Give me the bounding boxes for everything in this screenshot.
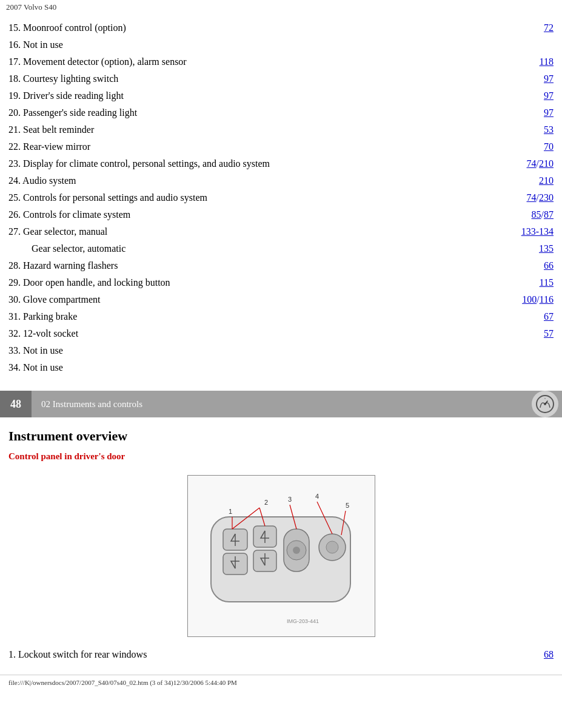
item-31-link[interactable]: 67: [544, 309, 554, 324]
svg-point-17: [293, 547, 300, 554]
door-panel-diagram: 1 2 3 4 5 IMG-203-441: [193, 480, 369, 629]
item-27-link[interactable]: 133-134: [521, 224, 554, 239]
list-item: 20. Passenger's side reading light 97: [8, 104, 554, 121]
list-item: 32. 12-volt socket 57: [8, 325, 554, 342]
item-33-label: 33. Not in use: [8, 343, 554, 358]
item-27-label: 27. Gear selector, manual: [8, 224, 521, 239]
item-25-link1[interactable]: 74: [527, 190, 537, 205]
item-23-label: 23. Display for climate control, persona…: [8, 157, 527, 171]
list-item: 26. Controls for climate system 85/87: [8, 206, 554, 223]
top-bar-title: 2007 Volvo S40: [6, 2, 56, 12]
item-30-label: 30. Glove compartment: [8, 292, 522, 307]
item-25-links: 74/230: [527, 190, 554, 205]
item-17-link[interactable]: 118: [540, 55, 554, 69]
list-item: 27. Gear selector, manual 133-134: [8, 223, 554, 240]
list-item: 24. Audio system 210: [8, 172, 554, 189]
svg-text:1: 1: [229, 508, 232, 515]
section-subtitle: Control panel in driver's door: [0, 449, 562, 469]
speedometer-svg: [535, 394, 555, 414]
item-19-link[interactable]: 97: [544, 89, 554, 103]
svg-text:2: 2: [264, 499, 268, 506]
item-21-label: 21. Seat belt reminder: [8, 123, 544, 137]
status-bar: file:///K|/ownersdocs/2007/2007_S40/07s4…: [0, 675, 562, 690]
list-item: 18. Courtesy lighting switch 97: [8, 70, 554, 87]
list-item: 25. Controls for personal settings and a…: [8, 189, 554, 206]
lockout-row: 1. Lockout switch for rear windows 68: [0, 643, 562, 662]
item-29-link[interactable]: 115: [540, 275, 554, 290]
item-23-links: 74/210: [527, 157, 554, 171]
item-28-label: 28. Hazard warning flashers: [8, 258, 544, 273]
list-item: 15. Moonroof control (option) 72: [8, 19, 554, 36]
item-16-label: 16. Not in use: [8, 38, 554, 52]
list-item: 17. Movement detector (option), alarm se…: [8, 53, 554, 70]
item-34-label: 34. Not in use: [8, 360, 554, 375]
list-item: 23. Display for climate control, persona…: [8, 155, 554, 172]
footer-speedometer-icon: [532, 391, 558, 417]
svg-text:5: 5: [346, 502, 349, 509]
svg-point-19: [326, 541, 338, 553]
item-20-link[interactable]: 97: [544, 106, 554, 120]
footer-page-number: 48: [0, 391, 32, 417]
item-22-link[interactable]: 70: [544, 140, 554, 154]
item-26-label: 26. Controls for climate system: [8, 207, 532, 222]
list-item: 31. Parking brake 67: [8, 308, 554, 325]
diagram-box: 1 2 3 4 5 IMG-203-441: [187, 475, 375, 637]
item-32-label: 32. 12-volt socket: [8, 326, 544, 341]
item-29-label: 29. Door open handle, and locking button: [8, 275, 540, 290]
item-26-link1[interactable]: 85: [532, 207, 541, 222]
list-item: 33. Not in use: [8, 342, 554, 359]
item-24-link[interactable]: 210: [539, 174, 554, 188]
item-22-label: 22. Rear-view mirror: [8, 140, 544, 154]
top-bar: 2007 Volvo S40: [0, 0, 562, 15]
svg-line-3: [540, 406, 541, 406]
list-item: 21. Seat belt reminder 53: [8, 121, 554, 138]
item-30-links: 100/116: [522, 292, 554, 307]
diagram-area: 1 2 3 4 5 IMG-203-441: [0, 469, 562, 643]
item-25-label: 25. Controls for personal settings and a…: [8, 190, 527, 205]
item-31-label: 31. Parking brake: [8, 309, 544, 324]
item-18-label: 18. Courtesy lighting switch: [8, 72, 544, 86]
footer-bar: 48 02 Instruments and controls: [0, 391, 562, 417]
item-32-link[interactable]: 57: [544, 326, 554, 341]
list-item: 22. Rear-view mirror 70: [8, 138, 554, 155]
footer-chapter: 02 Instruments and controls: [32, 399, 532, 410]
sub-list-item: Gear selector, automatic 135: [8, 240, 554, 257]
item-15-link[interactable]: 72: [544, 21, 554, 35]
content-area: 15. Moonroof control (option) 72 16. Not…: [0, 15, 562, 376]
svg-text:3: 3: [288, 496, 292, 503]
section-title: Instrument overview: [0, 417, 562, 449]
item-23-link1[interactable]: 74: [527, 157, 537, 171]
item-30-link1[interactable]: 100: [522, 292, 537, 307]
item-20-label: 20. Passenger's side reading light: [8, 106, 544, 120]
list-item: 16. Not in use: [8, 36, 554, 53]
list-item: 30. Glove compartment 100/116: [8, 291, 554, 308]
item-19-label: 19. Driver's side reading light: [8, 89, 544, 103]
item-26-links: 85/87: [532, 207, 554, 222]
item-15-label: 15. Moonroof control (option): [8, 21, 544, 35]
item-25-link2[interactable]: 230: [539, 190, 554, 205]
sub-item-link[interactable]: 135: [539, 241, 554, 256]
list-item: 34. Not in use: [8, 359, 554, 376]
item-26-link2[interactable]: 87: [544, 207, 554, 222]
svg-text:IMG-203-441: IMG-203-441: [287, 618, 319, 624]
item-28-link[interactable]: 66: [544, 258, 554, 273]
list-item: 28. Hazard warning flashers 66: [8, 257, 554, 274]
item-30-link2[interactable]: 116: [540, 292, 554, 307]
list-item: 29. Door open handle, and locking button…: [8, 274, 554, 291]
list-item: 19. Driver's side reading light 97: [8, 87, 554, 104]
item-18-link[interactable]: 97: [544, 72, 554, 86]
sub-item-label: Gear selector, automatic: [32, 241, 539, 256]
status-text: file:///K|/ownersdocs/2007/2007_S40/07s4…: [8, 679, 237, 686]
svg-text:4: 4: [315, 493, 319, 500]
lockout-link[interactable]: 68: [544, 649, 554, 660]
item-23-link2[interactable]: 210: [539, 157, 554, 171]
item-24-label: 24. Audio system: [8, 174, 539, 188]
item-21-link[interactable]: 53: [544, 123, 554, 137]
lockout-label: 1. Lockout switch for rear windows: [8, 649, 147, 660]
item-17-label: 17. Movement detector (option), alarm se…: [8, 55, 540, 69]
svg-line-4: [549, 406, 550, 406]
